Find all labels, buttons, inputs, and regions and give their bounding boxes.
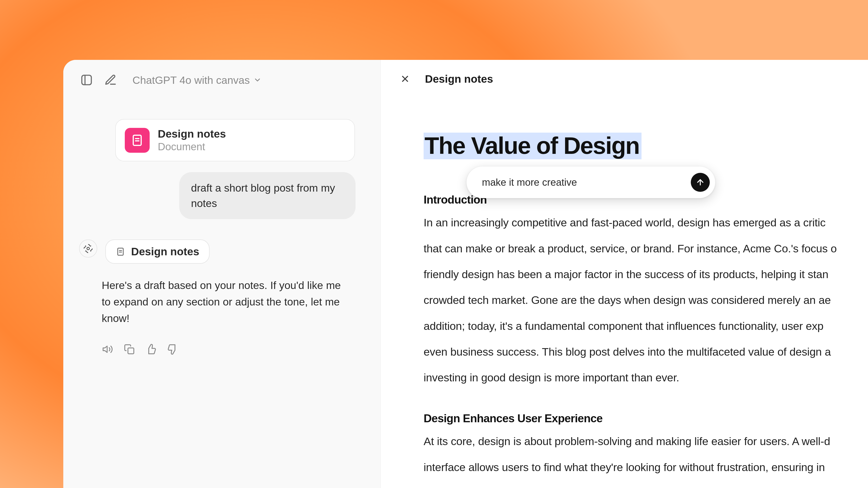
attachment-subtitle: Document [158, 140, 226, 153]
paragraph-line: friendly design has been a major factor … [424, 265, 868, 284]
chat-panel: ChatGPT 4o with canvas Design notes Docu… [63, 60, 381, 488]
canvas-reference-chip[interactable]: Design notes [105, 239, 210, 264]
inline-edit-input[interactable] [482, 177, 691, 188]
chevron-down-icon [253, 76, 261, 84]
svg-marker-9 [103, 346, 107, 352]
paragraph-line: At its core, design is about problem-sol… [424, 432, 868, 451]
assistant-row: Design notes [102, 239, 355, 264]
chat-area: Design notes Document draft a short blog… [79, 119, 365, 355]
model-label: ChatGPT 4o with canvas [132, 74, 250, 86]
copy-button[interactable] [123, 344, 135, 355]
send-button[interactable] [691, 173, 710, 192]
svg-rect-10 [128, 348, 134, 354]
arrow-up-icon [696, 178, 705, 187]
attachment-title: Design notes [158, 128, 226, 140]
inline-edit-popover [467, 166, 715, 198]
read-aloud-button[interactable] [102, 344, 114, 355]
assistant-avatar-icon [79, 239, 97, 258]
paragraph-line: addition; today, it's a fundamental comp… [424, 317, 868, 335]
paragraph-line: interface allows users to find what they… [424, 458, 868, 477]
app-window: ChatGPT 4o with canvas Design notes Docu… [63, 60, 868, 488]
section-heading: Design Enhances User Experience [424, 412, 868, 425]
svg-point-5 [87, 248, 90, 250]
thumbs-up-button[interactable] [145, 344, 157, 355]
close-canvas-button[interactable] [399, 72, 411, 85]
assistant-message: Here's a draft based on your notes. If y… [102, 277, 341, 327]
sidebar-toggle-button[interactable] [79, 72, 94, 88]
message-actions [102, 344, 355, 355]
thumbs-down-button[interactable] [167, 344, 179, 355]
paragraph-line: crowded tech market. Gone are the days w… [424, 291, 868, 310]
canvas-title: Design notes [425, 73, 493, 85]
paragraph-line: navigation throughout your product or se… [424, 484, 868, 488]
paragraph-line: that can make or break a product, servic… [424, 239, 868, 258]
paragraph-line: investing in good design is more importa… [424, 368, 868, 387]
document-icon [125, 128, 150, 153]
chip-label: Design notes [131, 246, 199, 258]
top-bar: ChatGPT 4o with canvas [79, 72, 365, 88]
document-heading[interactable]: The Value of Design [424, 133, 642, 159]
user-message: draft a short blog post from my notes [179, 172, 355, 219]
document-small-icon [116, 247, 125, 256]
canvas-panel: Design notes The Value of Design Introdu… [381, 60, 868, 488]
paragraph-line: even business success. This blog post de… [424, 342, 868, 361]
new-chat-button[interactable] [103, 72, 118, 88]
document-body[interactable]: The Value of Design Introduction In an i… [399, 133, 868, 488]
svg-rect-0 [82, 75, 91, 85]
canvas-header: Design notes [399, 72, 868, 85]
attachment-card[interactable]: Design notes Document [115, 119, 355, 161]
paragraph-line: In an increasingly competitive and fast-… [424, 213, 868, 232]
model-selector[interactable]: ChatGPT 4o with canvas [132, 74, 261, 86]
